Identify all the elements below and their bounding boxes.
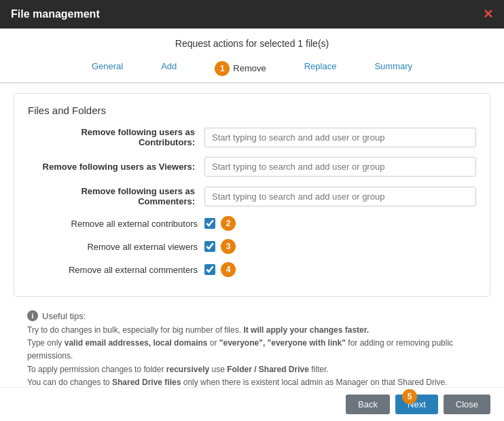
footer-badge-wrap: 5 (402, 389, 417, 404)
commenters-row: Remove following users as Commenters: (28, 186, 476, 206)
ext-commenters-checkbox[interactable] (204, 264, 215, 275)
ext-viewers-wrap: 3 (204, 239, 236, 254)
files-and-folders-panel: Files and Folders Remove following users… (14, 93, 490, 297)
tab-remove[interactable]: 1Remove (196, 56, 285, 84)
viewers-label: Remove following users as Viewers: (28, 162, 204, 172)
ext-viewers-badge: 3 (221, 239, 236, 254)
commenters-input[interactable] (204, 187, 476, 206)
contributors-input[interactable] (204, 128, 476, 147)
ext-commenters-badge: 4 (221, 262, 236, 277)
tab-replace[interactable]: Replace (285, 56, 356, 82)
content-area: Files and Folders Remove following users… (0, 84, 504, 387)
ext-viewers-label: Remove all external viewers (35, 242, 204, 252)
tip-line-3: To apply permission changes to folder re… (27, 365, 329, 374)
tabs-bar: General Add 1Remove Replace Summary (0, 56, 504, 84)
close-icon[interactable]: ✕ (483, 7, 493, 22)
ext-contributors-wrap: 2 (204, 216, 236, 231)
panel-title: Files and Folders (28, 105, 476, 116)
tab-add[interactable]: Add (142, 56, 196, 82)
tab-remove-badge: 1 (215, 61, 230, 76)
ext-viewers-row: Remove all external viewers 3 (28, 239, 476, 254)
ext-commenters-label: Remove all external commenters (35, 265, 204, 275)
tips-area: i Useful tips: Try to do changes in bulk… (14, 304, 490, 387)
ext-contributors-checkbox[interactable] (204, 218, 215, 229)
ext-commenters-row: Remove all external commenters 4 (28, 262, 476, 277)
contributors-row: Remove following users as Contributors: (28, 127, 476, 147)
next-badge: 5 (402, 389, 417, 404)
tab-summary[interactable]: Summary (355, 56, 431, 82)
ext-contributors-badge: 2 (221, 216, 236, 231)
footer: 5 Back Next Close (0, 387, 504, 421)
commenters-label: Remove following users as Commenters: (28, 186, 204, 206)
file-management-dialog: File management ✕ Request actions for se… (0, 0, 504, 421)
ext-contributors-label: Remove all external contributors (35, 219, 204, 229)
dialog-body: Request actions for selected 1 file(s) G… (0, 29, 504, 421)
tips-text: Try to do changes in bulk, especially fo… (27, 324, 477, 387)
tab-general[interactable]: General (73, 56, 142, 82)
request-header: Request actions for selected 1 file(s) (0, 29, 504, 56)
ext-commenters-wrap: 4 (204, 262, 236, 277)
contributors-label: Remove following users as Contributors: (28, 127, 204, 147)
tips-title: i Useful tips: (27, 310, 477, 321)
ext-viewers-checkbox[interactable] (204, 241, 215, 252)
tip-line-4: You can do changes to Shared Drive files… (27, 378, 448, 387)
back-button[interactable]: Back (346, 395, 390, 414)
viewers-row: Remove following users as Viewers: (28, 157, 476, 177)
viewers-input[interactable] (204, 157, 476, 177)
info-icon: i (27, 310, 38, 321)
dialog-title: File management (11, 8, 100, 20)
close-button[interactable]: Close (444, 395, 490, 414)
tip-line-1: Try to do changes in bulk, especially fo… (27, 325, 369, 335)
ext-contributors-row: Remove all external contributors 2 (28, 216, 476, 231)
title-bar: File management ✕ (0, 0, 504, 29)
tip-line-2: Type only valid email addresses, local d… (27, 338, 453, 361)
